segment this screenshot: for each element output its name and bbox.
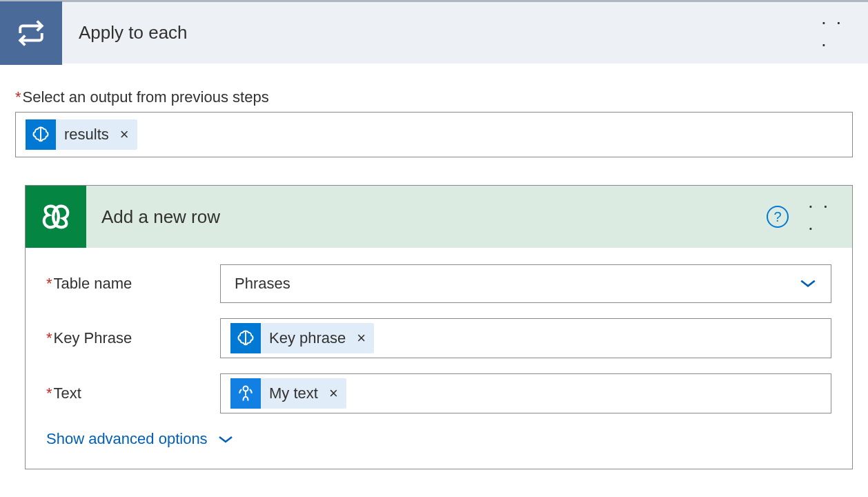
label-table-name: *Table name (46, 275, 220, 293)
row-table-name: *Table name Phrases (46, 264, 831, 303)
touch-icon (230, 378, 261, 409)
row-key-phrase: *Key Phrase Key phrase × (46, 318, 831, 358)
remove-token-button[interactable]: × (117, 126, 137, 144)
table-name-value: Phrases (235, 275, 290, 293)
remove-token-button[interactable]: × (354, 329, 374, 347)
select-table-name[interactable]: Phrases (220, 264, 831, 303)
token-key-phrase: Key phrase × (230, 323, 374, 353)
required-asterisk: * (15, 88, 21, 106)
chevron-down-icon (799, 275, 817, 293)
token-label: Key phrase (261, 329, 354, 347)
apply-to-each-header: Apply to each · · · (0, 0, 868, 64)
add-row-header: Add a new row ? · · · (26, 186, 852, 248)
svg-point-2 (244, 387, 248, 391)
loop-icon (0, 1, 62, 65)
inner-more-button[interactable]: · · · (808, 203, 836, 231)
dataverse-icon (26, 186, 86, 248)
label-key-phrase: *Key Phrase (46, 329, 220, 347)
form-section: *Table name Phrases *Key Phrase (26, 248, 852, 469)
token-label: My text (261, 384, 326, 402)
select-output-label: *Select an output from previous steps (15, 88, 853, 106)
input-text[interactable]: My text × (220, 373, 831, 413)
token-results: results × (26, 119, 137, 150)
inner-title: Add a new row (86, 206, 767, 228)
remove-token-button[interactable]: × (326, 384, 346, 402)
outer-title: Apply to each (62, 22, 821, 43)
row-text: *Text My text × (46, 373, 831, 413)
help-button[interactable]: ? (767, 206, 789, 228)
show-advanced-options-link[interactable]: Show advanced options (46, 430, 831, 448)
brain-icon (26, 119, 56, 150)
token-label: results (56, 126, 117, 144)
add-row-card: Add a new row ? · · · *Table name Phrase… (25, 185, 853, 469)
label-text: *Text (46, 384, 220, 402)
brain-icon (230, 323, 261, 353)
token-my-text: My text × (230, 378, 346, 409)
input-key-phrase[interactable]: Key phrase × (220, 318, 831, 358)
outer-more-button[interactable]: · · · (821, 19, 849, 47)
select-output-input[interactable]: results × (15, 112, 853, 157)
body-area: *Select an output from previous steps re… (0, 64, 868, 469)
